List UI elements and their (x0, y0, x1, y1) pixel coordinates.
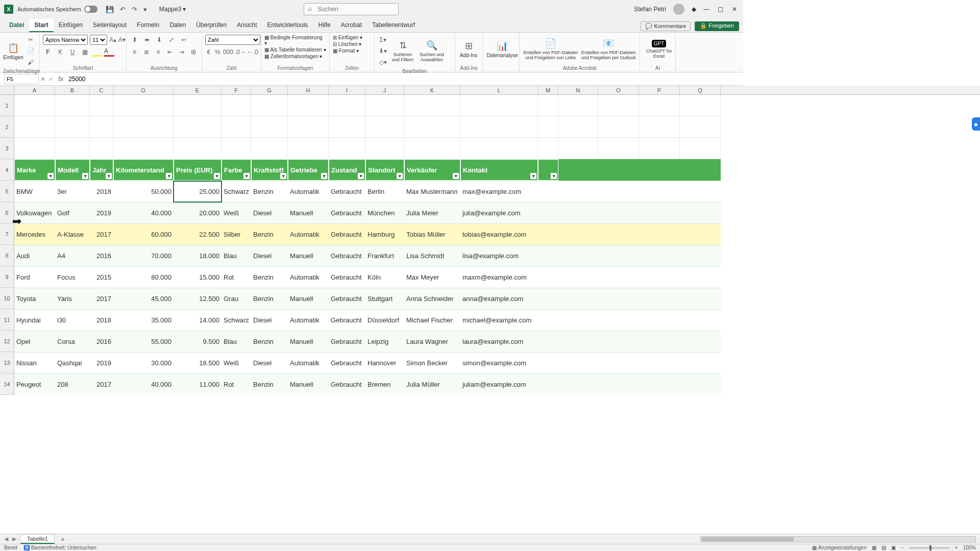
table-cell[interactable]: 20.000 (174, 203, 222, 223)
paste-button[interactable]: 📋Einfügen (3, 37, 23, 65)
tab-datei[interactable]: Datei (4, 19, 29, 32)
table-cell[interactable]: Gebraucht (329, 267, 365, 288)
table-cell[interactable]: 15.000 (174, 267, 222, 288)
table-cell[interactable]: Stuttgart (365, 288, 404, 309)
table-cell[interactable]: 2018 (90, 310, 113, 331)
table-cell[interactable]: Weiß (222, 203, 251, 223)
table-cell[interactable]: A4 (55, 245, 90, 266)
align-bottom-icon[interactable]: ⬇ (154, 35, 164, 45)
row-header[interactable]: 9 (0, 266, 14, 288)
font-color-icon[interactable]: A (104, 47, 114, 57)
table-cell[interactable]: 2017 (90, 288, 113, 309)
table-cell[interactable]: A-Klasse (55, 224, 90, 245)
table-cell[interactable]: anna@example.com (460, 288, 538, 309)
table-cell[interactable]: Opel (14, 331, 55, 352)
table-cell[interactable]: Weiß (222, 353, 251, 373)
toggle-icon[interactable] (84, 6, 97, 13)
font-name-select[interactable]: Aptos Narrow (43, 35, 88, 45)
col-header[interactable]: J (365, 86, 404, 94)
table-cell[interactable]: Corsa (55, 331, 90, 352)
table-cell[interactable]: Max Mustermann (404, 181, 460, 202)
minimize-icon[interactable]: — (703, 6, 710, 13)
table-cell[interactable]: Benzin (251, 374, 288, 395)
table-cell[interactable]: Benzin (251, 267, 288, 288)
cancel-formula-icon[interactable]: ✕ (40, 76, 45, 83)
filter-icon[interactable]: ▾ (280, 173, 286, 179)
search-input[interactable] (304, 3, 399, 15)
table-cell[interactable]: Diesel (251, 353, 288, 373)
increase-decimal-icon[interactable]: .0→ (235, 47, 246, 57)
table-cell[interactable]: Blau (222, 245, 251, 266)
table-cell[interactable]: i30 (55, 310, 90, 331)
format-as-table-button[interactable]: ▦ Als Tabelle formatieren ▾ (264, 47, 326, 53)
table-cell[interactable]: 40.000 (113, 374, 174, 395)
table-header[interactable]: Jahr▾ (90, 159, 113, 181)
row-header[interactable]: 3 (0, 138, 14, 159)
table-header[interactable]: Marke▾ (14, 159, 55, 181)
table-cell[interactable]: 2019 (90, 203, 113, 223)
save-icon[interactable]: 💾 (106, 6, 114, 13)
filter-icon[interactable]: ▾ (166, 173, 172, 179)
table-cell[interactable]: 70.000 (113, 245, 174, 266)
table-cell[interactable]: Laura Wagner (404, 331, 460, 352)
align-center-icon[interactable]: ≣ (141, 47, 151, 57)
table-header[interactable]: Standort▾ (365, 159, 404, 181)
autosum-icon[interactable]: Σ▾ (378, 35, 388, 45)
table-cell[interactable]: Gebraucht (329, 203, 365, 223)
table-cell[interactable]: 55.000 (113, 331, 174, 352)
table-cell[interactable]: Qashqai (55, 353, 90, 373)
tab-überprüfen[interactable]: Überprüfen (191, 19, 232, 32)
table-cell[interactable]: michael@example.com (460, 310, 538, 331)
camera-icon[interactable]: ▾ (143, 6, 147, 13)
table-cell[interactable]: juliam@example.com (460, 374, 538, 395)
table-header[interactable]: Modell▾ (55, 159, 90, 181)
table-cell[interactable]: Benzin (251, 181, 288, 202)
filter-icon[interactable]: ▾ (321, 173, 327, 179)
tab-acrobat[interactable]: Acrobat (336, 19, 367, 32)
orientation-icon[interactable]: ⤢ (166, 35, 177, 45)
undo-icon[interactable]: ↶ (120, 6, 126, 13)
table-cell[interactable]: Gebraucht (329, 331, 365, 352)
table-cell[interactable]: 35.000 (113, 310, 174, 331)
table-cell[interactable]: maxm@example.com (460, 267, 538, 288)
filter-icon[interactable]: ▾ (243, 173, 250, 179)
tab-entwicklertools[interactable]: Entwicklertools (262, 19, 313, 32)
comments-button[interactable]: 💬 Kommentare (641, 21, 691, 31)
row-header[interactable]: 2 (0, 116, 14, 138)
table-cell[interactable]: Automatik (288, 181, 329, 202)
spreadsheet-grid[interactable]: ABCDEFGHIJKLMNOPQ 1234567891011121314 Ma… (0, 86, 743, 416)
col-header[interactable]: E (174, 86, 222, 94)
table-cell[interactable]: Automatik (288, 310, 329, 331)
table-cell[interactable]: Max Meyer (404, 267, 460, 288)
table-cell[interactable]: BMW (14, 181, 55, 202)
table-cell[interactable]: Rot (222, 374, 251, 395)
indent-increase-icon[interactable]: ⇥ (177, 47, 187, 57)
row-header[interactable]: 8 (0, 245, 14, 266)
table-cell[interactable]: 9.500 (174, 331, 222, 352)
table-cell[interactable]: 22.500 (174, 224, 222, 245)
format-cells-button[interactable]: ▦ Format ▾ (333, 48, 371, 54)
select-all-corner[interactable] (0, 86, 14, 95)
table-cell[interactable]: 40.000 (113, 203, 174, 223)
col-header[interactable]: A (14, 86, 55, 94)
insert-cells-button[interactable]: ⊞ Einfügen ▾ (333, 35, 371, 40)
table-cell[interactable]: Manuell (288, 331, 329, 352)
fx-icon[interactable]: fx (58, 75, 63, 83)
table-cell[interactable]: Gebraucht (329, 245, 365, 266)
col-header[interactable]: F (222, 86, 251, 94)
table-header[interactable]: Kraftstoff▾ (251, 159, 288, 181)
filter-icon[interactable]: ▾ (358, 173, 364, 179)
filter-icon[interactable]: ▾ (530, 173, 536, 179)
table-cell[interactable]: laura@example.com (460, 331, 538, 352)
table-header[interactable]: Zustand▾ (329, 159, 365, 181)
table-cell[interactable]: Hannover (365, 353, 404, 373)
tab-einfügen[interactable]: Einfügen (54, 19, 88, 32)
table-cell[interactable]: Ford (14, 267, 55, 288)
find-select-button[interactable]: 🔍Suchen und Auswählen (418, 37, 446, 65)
sort-filter-button[interactable]: ⇅Sortieren und Filtern (390, 37, 415, 65)
col-header[interactable]: I (329, 86, 365, 94)
italic-icon[interactable]: K (55, 47, 65, 57)
col-header[interactable]: C (90, 86, 113, 94)
table-cell[interactable]: Düsseldorf (365, 310, 404, 331)
table-cell[interactable]: Köln (365, 267, 404, 288)
